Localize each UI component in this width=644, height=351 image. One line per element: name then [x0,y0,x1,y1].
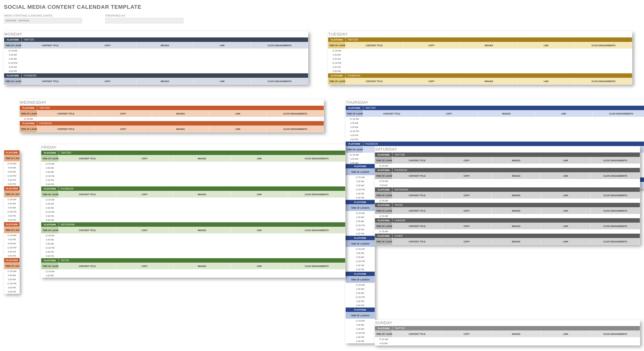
content-cell[interactable] [535,121,592,125]
content-cell[interactable] [79,53,136,57]
content-cell[interactable] [173,174,231,178]
content-cell[interactable] [231,214,288,218]
content-cell[interactable] [209,117,266,121]
content-cell[interactable] [173,206,231,210]
content-cell[interactable] [136,57,194,61]
content-cell[interactable] [116,206,173,210]
content-cell[interactable] [59,250,116,254]
content-cell[interactable] [136,69,194,73]
content-cell[interactable] [173,182,231,186]
content-cell[interactable] [79,57,136,61]
content-cell[interactable] [590,199,640,203]
content-cell[interactable] [288,234,346,238]
content-cell[interactable] [231,250,288,254]
content-cell[interactable] [403,61,460,65]
content-cell[interactable] [590,183,640,187]
content-cell[interactable] [442,230,492,234]
content-cell[interactable] [478,129,535,133]
content-cell[interactable] [231,162,288,166]
content-cell[interactable] [442,342,492,346]
content-cell[interactable] [478,117,535,121]
content-cell[interactable] [116,198,173,202]
content-cell[interactable] [518,69,575,73]
content-cell[interactable] [460,53,518,57]
content-cell[interactable] [535,133,592,137]
content-cell[interactable] [116,162,173,166]
content-cell[interactable] [288,202,346,206]
content-cell[interactable] [288,246,346,250]
content-cell[interactable] [173,246,231,250]
content-cell[interactable] [231,254,288,258]
content-cell[interactable] [535,137,592,142]
content-cell[interactable] [288,162,346,166]
content-cell[interactable] [79,65,136,69]
content-cell[interactable] [231,198,288,202]
content-cell[interactable] [363,129,420,133]
content-cell[interactable] [590,230,640,234]
content-cell[interactable] [194,65,251,69]
content-cell[interactable] [288,210,346,214]
content-cell[interactable] [592,117,644,121]
content-cell[interactable] [173,250,231,254]
content-cell[interactable] [442,179,492,183]
content-cell[interactable] [116,210,173,214]
content-cell[interactable] [22,69,79,73]
content-cell[interactable] [59,182,116,186]
content-cell[interactable] [518,49,575,53]
content-cell[interactable] [478,137,535,142]
content-cell[interactable] [392,199,442,203]
content-cell[interactable] [231,210,288,214]
content-cell[interactable] [59,198,116,202]
content-cell[interactable] [173,162,231,166]
content-cell[interactable] [288,242,346,246]
content-cell[interactable] [173,170,231,174]
content-cell[interactable] [575,57,632,61]
content-cell[interactable] [251,53,308,57]
content-cell[interactable] [346,53,403,57]
content-cell[interactable] [79,61,136,65]
content-cell[interactable] [460,57,518,61]
content-cell[interactable] [492,179,541,183]
content-cell[interactable] [442,337,492,342]
content-cell[interactable] [173,210,231,214]
content-cell[interactable] [231,274,288,278]
content-cell[interactable] [392,230,442,234]
content-cell[interactable] [116,246,173,250]
content-cell[interactable] [346,49,403,53]
content-cell[interactable] [173,214,231,218]
content-cell[interactable] [346,57,403,61]
content-cell[interactable] [116,234,173,238]
content-cell[interactable] [363,137,420,142]
content-cell[interactable] [59,206,116,210]
content-cell[interactable] [59,238,116,242]
content-cell[interactable] [590,214,640,218]
content-cell[interactable] [363,117,420,121]
content-cell[interactable] [420,117,478,121]
content-cell[interactable] [116,238,173,242]
content-cell[interactable] [442,164,492,168]
content-cell[interactable] [288,250,346,254]
content-cell[interactable] [492,199,541,203]
content-cell[interactable] [288,214,346,218]
content-cell[interactable] [22,53,79,57]
content-cell[interactable] [420,121,478,125]
content-cell[interactable] [590,342,640,346]
content-cell[interactable] [403,57,460,61]
content-cell[interactable] [231,242,288,246]
content-cell[interactable] [136,53,194,57]
content-cell[interactable] [492,342,541,346]
content-cell[interactable] [22,49,79,53]
content-cell[interactable] [173,178,231,182]
content-cell[interactable] [541,179,590,183]
content-cell[interactable] [136,49,194,53]
content-cell[interactable] [173,202,231,206]
content-cell[interactable] [231,166,288,170]
content-cell[interactable] [173,238,231,242]
content-cell[interactable] [575,65,632,69]
content-cell[interactable] [592,133,644,137]
content-cell[interactable] [116,250,173,254]
content-cell[interactable] [541,214,590,218]
content-cell[interactable] [79,69,136,73]
content-cell[interactable] [116,270,173,274]
content-cell[interactable] [492,183,541,187]
